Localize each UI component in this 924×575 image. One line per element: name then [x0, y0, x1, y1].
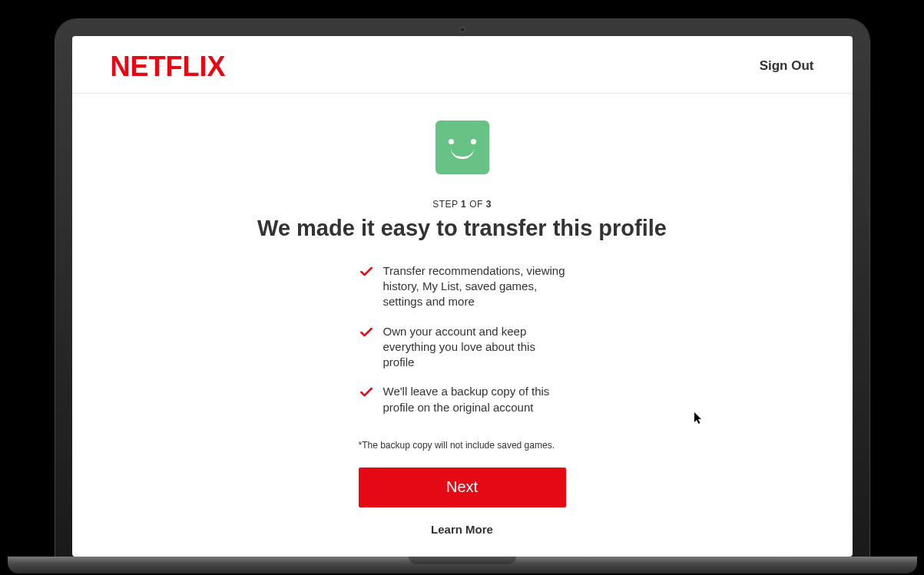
check-icon — [359, 385, 374, 400]
benefit-item: Own your account and keep everything you… — [359, 324, 566, 371]
laptop-base — [8, 557, 917, 573]
page-headline: We made it easy to transfer this profile — [257, 214, 667, 242]
app-screen: NETFLIX Sign Out STEP 1 OF 3 We made it … — [72, 36, 853, 557]
laptop-frame: NETFLIX Sign Out STEP 1 OF 3 We made it … — [55, 19, 869, 557]
avatar-smile-icon — [451, 148, 474, 159]
step-indicator: STEP 1 OF 3 — [432, 199, 492, 210]
benefit-text: Transfer recommendations, viewing histor… — [383, 263, 566, 310]
benefit-text: We'll leave a backup copy of this profil… — [383, 384, 566, 415]
benefit-item: Transfer recommendations, viewing histor… — [359, 263, 566, 310]
profile-avatar — [436, 121, 489, 174]
benefit-text: Own your account and keep everything you… — [383, 324, 566, 371]
check-icon — [359, 325, 374, 340]
laptop-notch — [409, 557, 516, 564]
header: NETFLIX Sign Out — [72, 36, 853, 94]
benefit-item: We'll leave a backup copy of this profil… — [359, 384, 566, 415]
next-button[interactable]: Next — [359, 468, 566, 507]
avatar-eye-icon — [471, 139, 476, 144]
main-content: STEP 1 OF 3 We made it easy to transfer … — [72, 94, 853, 536]
check-icon — [359, 264, 374, 279]
avatar-eye-icon — [449, 139, 454, 144]
learn-more-link[interactable]: Learn More — [431, 523, 493, 536]
netflix-logo[interactable]: NETFLIX — [111, 48, 226, 82]
footnote: *The backup copy will not include saved … — [359, 440, 566, 451]
benefits-list: Transfer recommendations, viewing histor… — [359, 263, 566, 429]
sign-out-link[interactable]: Sign Out — [760, 58, 814, 74]
laptop-camera — [459, 27, 465, 32]
